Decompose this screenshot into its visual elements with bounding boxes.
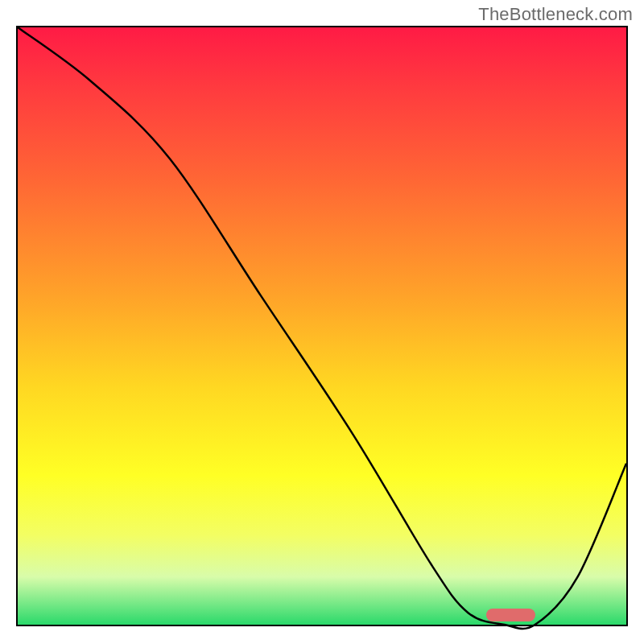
curve-path [18, 27, 626, 629]
optimal-marker [486, 609, 535, 621]
watermark-text: TheBottleneck.com [478, 4, 633, 25]
plot-area [16, 26, 628, 626]
curve-svg [18, 27, 626, 625]
chart-container: TheBottleneck.com [0, 0, 644, 644]
